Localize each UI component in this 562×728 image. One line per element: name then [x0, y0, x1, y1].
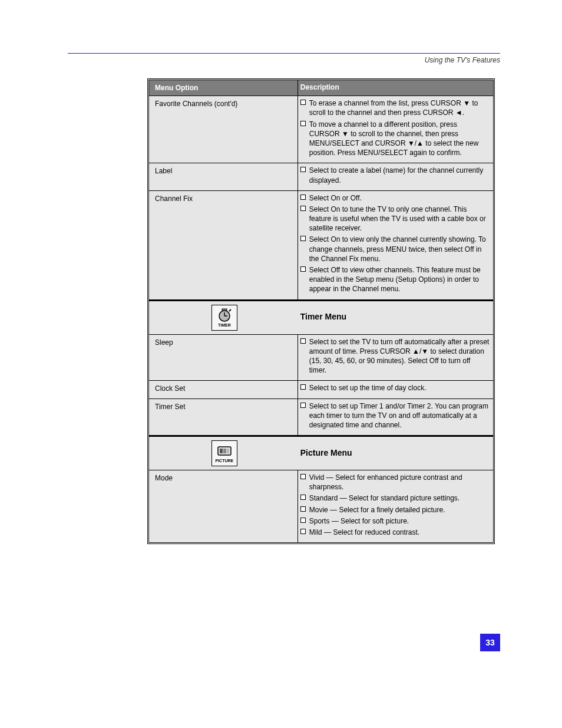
row-label: Clock Set: [149, 381, 298, 398]
row-label: Sleep: [149, 335, 298, 381]
table-row: Sleep Select to set the TV to turn off a…: [149, 335, 493, 381]
bullet-icon: [300, 403, 306, 408]
bullet-icon: [300, 529, 306, 534]
row-item: To move a channel to a different positio…: [309, 120, 490, 158]
row-description: Select to create a label (name) for the …: [298, 163, 493, 190]
row-label: Channel Fix: [149, 191, 298, 299]
svg-rect-8: [227, 449, 229, 453]
row-item: Select to set up Timer 1 and/or Timer 2.…: [309, 401, 490, 430]
table-header-row: Menu Option Description: [149, 80, 493, 96]
row-description: Vivid — Select for enhanced picture cont…: [298, 470, 493, 542]
row-item: Sports — Select for soft picture.: [309, 516, 409, 526]
svg-rect-7: [223, 449, 226, 453]
row-item: Select Off to view other channels. This …: [309, 265, 490, 294]
row-item: Select to set up the time of day clock.: [309, 383, 427, 393]
section-row-timer: TIMER Timer Menu: [149, 300, 493, 335]
row-label: Favorite Channels (cont'd): [149, 96, 298, 163]
row-description: Select to set the TV to turn off automat…: [298, 335, 493, 381]
row-item: Select to set the TV to turn off automat…: [309, 337, 490, 375]
table-header-option: Menu Option: [149, 80, 298, 95]
options-table: Menu Option Description Favorite Channel…: [147, 78, 495, 544]
bullet-icon: [300, 495, 306, 500]
bullet-icon: [300, 338, 306, 344]
bullet-icon: [300, 121, 306, 126]
section-row-picture: PICTURE Picture Menu: [149, 436, 493, 470]
row-description: Select On or Off. Select On to tune the …: [298, 191, 493, 299]
row-item: Vivid — Select for enhanced picture cont…: [309, 473, 490, 492]
table-header-description: Description: [298, 80, 493, 95]
row-item: Movie — Select for a finely detailed pic…: [309, 505, 445, 515]
table-row: Clock Set Select to set up the time of d…: [149, 381, 493, 398]
table-row: Channel Fix Select On or Off. Select On …: [149, 191, 493, 300]
picture-icon: PICTURE: [211, 440, 237, 466]
row-label: Mode: [149, 470, 298, 542]
row-description: To erase a channel from the list, press …: [298, 96, 493, 163]
page-number-badge: 33: [480, 634, 500, 651]
bullet-icon: [300, 266, 306, 272]
table-row: Mode Vivid — Select for enhanced picture…: [149, 470, 493, 542]
section-title: Picture Menu: [300, 447, 352, 459]
row-item: To erase a channel from the list, press …: [309, 98, 490, 117]
timer-icon: TIMER: [211, 305, 237, 331]
bullet-icon: [300, 474, 306, 479]
bullet-icon: [300, 167, 306, 172]
header-divider: [68, 53, 500, 54]
section-title: Timer Menu: [300, 311, 346, 322]
svg-rect-3: [222, 309, 227, 311]
row-description: Select to set up the time of day clock.: [298, 381, 493, 398]
row-label: Label: [149, 163, 298, 190]
bullet-icon: [300, 518, 306, 523]
row-description: Select to set up Timer 1 and/or Timer 2.…: [298, 399, 493, 436]
bullet-icon: [300, 195, 306, 200]
table-row: Label Select to create a label (name) fo…: [149, 163, 493, 190]
svg-line-4: [229, 309, 231, 311]
row-item: Mild — Select for reduced contrast.: [309, 528, 419, 537]
table-row: Favorite Channels (cont'd) To erase a ch…: [149, 96, 493, 163]
row-item: Select to create a label (name) for the …: [309, 166, 490, 185]
bullet-icon: [300, 236, 306, 241]
svg-rect-6: [220, 449, 223, 453]
row-label: Timer Set: [149, 399, 298, 436]
row-item: Select On to tune the TV to only one cha…: [309, 205, 490, 233]
table-row: Timer Set Select to set up Timer 1 and/o…: [149, 399, 493, 436]
bullet-icon: [300, 206, 306, 211]
bullet-icon: [300, 100, 306, 105]
row-item: Standard — Select for standard picture s…: [309, 493, 459, 503]
row-item: Select On or Off.: [309, 193, 362, 203]
bullet-icon: [300, 506, 306, 512]
row-item: Select On to view only the channel curre…: [309, 235, 490, 263]
bullet-icon: [300, 384, 306, 390]
breadcrumb: Using the TV's Features: [68, 56, 500, 64]
